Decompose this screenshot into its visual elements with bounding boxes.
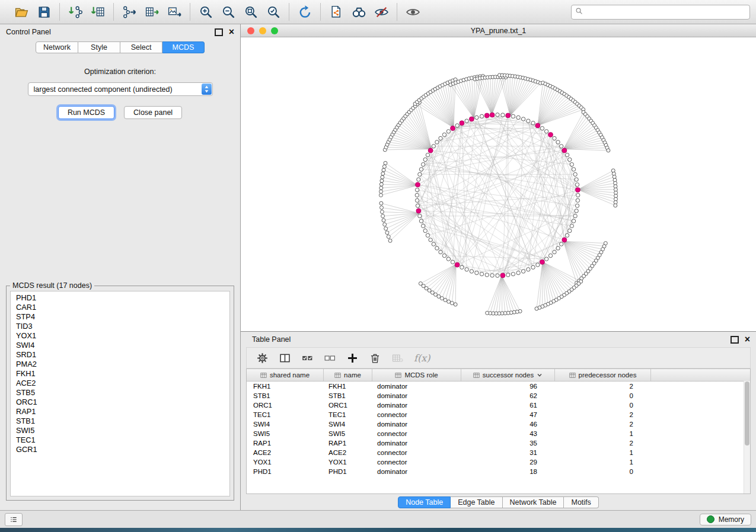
table-cell: connector: [372, 448, 461, 457]
save-session-icon[interactable]: [35, 3, 53, 21]
close-table-panel-icon[interactable]: ×: [745, 335, 750, 344]
show-columns-icon[interactable]: [279, 352, 291, 364]
run-mcds-button[interactable]: Run MCDS: [58, 106, 114, 119]
table-cell: 2: [555, 438, 651, 448]
tab-motifs[interactable]: Motifs: [564, 496, 598, 508]
close-window-button[interactable]: [247, 27, 254, 34]
mcds-result-item[interactable]: SRD1: [16, 350, 229, 360]
tab-mcds[interactable]: MCDS: [162, 41, 205, 53]
export-image-icon[interactable]: [165, 3, 183, 21]
mcds-result-item[interactable]: GCR1: [16, 445, 229, 454]
table-scrollbar[interactable]: [744, 381, 750, 493]
table-row[interactable]: ORC1ORC1dominator610: [247, 400, 750, 410]
network-titlebar[interactable]: YPA_prune.txt_1: [241, 24, 756, 37]
tab-node-table[interactable]: Node Table: [398, 496, 451, 508]
mcds-result-list[interactable]: PHD1CAR1STP4TID3YOX1SWI4SRD1PMA2FKH1ACE2…: [10, 291, 230, 496]
mcds-result-item[interactable]: STP4: [16, 312, 229, 322]
table-row[interactable]: TEC1TEC1connector472: [247, 410, 750, 419]
table-row[interactable]: STB1STB1dominator620: [247, 391, 750, 400]
new-network-from-selection-icon[interactable]: [327, 3, 345, 21]
column-header-shared-name[interactable]: shared name: [247, 369, 324, 381]
close-panel-button[interactable]: Close panel: [124, 106, 182, 119]
table-cell: dominator: [372, 391, 461, 400]
refresh-view-icon[interactable]: [296, 3, 314, 21]
status-list-button[interactable]: [5, 513, 23, 526]
control-panel-header: Control Panel ×: [0, 24, 240, 40]
column-header-MCDS-role[interactable]: MCDS role: [372, 369, 461, 381]
criterion-select[interactable]: largest connected component (undirected): [28, 82, 213, 96]
table-row[interactable]: FKH1FKH1dominator962: [247, 382, 750, 391]
open-file-icon[interactable]: [12, 3, 30, 21]
network-canvas[interactable]: [241, 37, 756, 331]
zoom-out-icon[interactable]: [219, 3, 237, 21]
mcds-result-item[interactable]: RAP1: [16, 407, 229, 416]
table-panel-title: Table Panel: [252, 335, 731, 344]
mcds-result-item[interactable]: PMA2: [16, 360, 229, 369]
table-cell: TEC1: [324, 410, 372, 419]
deselect-all-rows-icon[interactable]: [324, 352, 336, 364]
table-cell: dominator: [372, 419, 461, 429]
close-panel-icon[interactable]: ×: [229, 27, 234, 37]
mcds-result-item[interactable]: STB1: [16, 416, 229, 426]
table-row[interactable]: SWI5SWI5connector431: [247, 429, 750, 438]
export-table-icon[interactable]: [143, 3, 161, 21]
mcds-result-item[interactable]: SWI5: [16, 426, 229, 435]
first-neighbors-icon[interactable]: [350, 3, 368, 21]
table-row[interactable]: PHD1PHD1dominator180: [247, 467, 750, 476]
zoom-selected-icon[interactable]: [264, 3, 282, 21]
table-settings-icon[interactable]: [256, 352, 269, 364]
table-cell: dominator: [372, 438, 461, 448]
search-input[interactable]: [583, 7, 747, 17]
import-network-file-icon[interactable]: [66, 3, 84, 21]
mcds-result-item[interactable]: YOX1: [16, 331, 229, 341]
column-header-successor-nodes[interactable]: successor nodes: [461, 369, 555, 381]
tab-style[interactable]: Style: [78, 41, 120, 53]
table-row[interactable]: SWI4SWI4dominator462: [247, 419, 750, 429]
mcds-result-item[interactable]: FKH1: [16, 369, 229, 379]
mcds-result-item[interactable]: CAR1: [16, 303, 229, 312]
maximize-window-button[interactable]: [271, 27, 278, 34]
column-header-predecessor-nodes[interactable]: predecessor nodes: [555, 369, 651, 381]
minimize-window-button[interactable]: [259, 27, 266, 34]
select-all-rows-icon[interactable]: [301, 352, 314, 364]
zoom-fit-icon[interactable]: [242, 3, 260, 21]
table-row[interactable]: YOX1YOX1connector291: [247, 457, 750, 467]
toolbar-group: [59, 3, 113, 21]
export-network-icon[interactable]: [120, 3, 138, 21]
search-box[interactable]: [571, 5, 750, 20]
mcds-result-item[interactable]: TID3: [16, 322, 229, 331]
mcds-result-item[interactable]: TEC1: [16, 435, 229, 445]
tab-network-table[interactable]: Network Table: [503, 496, 564, 508]
delete-rows-icon[interactable]: [369, 352, 381, 364]
function-builder-button[interactable]: f(x): [414, 352, 430, 364]
table-cell: PHD1: [247, 467, 324, 476]
add-row-icon[interactable]: [346, 352, 359, 364]
show-all-icon[interactable]: [404, 3, 422, 21]
hide-selected-icon[interactable]: [372, 3, 390, 21]
tab-select[interactable]: Select: [120, 41, 162, 53]
table-row[interactable]: RAP1RAP1dominator352: [247, 438, 750, 448]
tab-edge-table[interactable]: Edge Table: [451, 496, 502, 508]
table-header-row: shared namenameMCDS rolesuccessor nodesp…: [247, 369, 750, 382]
mcds-result-item[interactable]: ACE2: [16, 379, 229, 388]
criterion-select-value: largest connected component (undirected): [34, 85, 173, 94]
zoom-in-icon[interactable]: [197, 3, 215, 21]
network-graph[interactable]: [241, 37, 756, 331]
mcds-result-item[interactable]: ORC1: [16, 398, 229, 407]
column-header-name[interactable]: name: [324, 369, 372, 381]
optimization-criterion-label: Optimization criterion:: [0, 68, 240, 76]
float-panel-icon[interactable]: [215, 28, 223, 36]
table-cell: SWI4: [324, 419, 372, 429]
mcds-result-item[interactable]: PHD1: [16, 293, 229, 303]
import-table-file-icon[interactable]: [89, 3, 107, 21]
table-row[interactable]: ACE2ACE2connector311: [247, 448, 750, 457]
mcds-result-item[interactable]: SWI4: [16, 341, 229, 350]
memory-button[interactable]: Memory: [700, 514, 751, 525]
table-toolbar: f(x): [246, 347, 751, 368]
select-stepper-icon: [202, 84, 212, 95]
float-table-panel-icon[interactable]: [731, 336, 739, 344]
table-scrollbar-thumb[interactable]: [745, 382, 749, 446]
toolbar-group: [113, 3, 190, 21]
tab-network[interactable]: Network: [36, 41, 78, 53]
mcds-result-item[interactable]: STB5: [16, 388, 229, 398]
